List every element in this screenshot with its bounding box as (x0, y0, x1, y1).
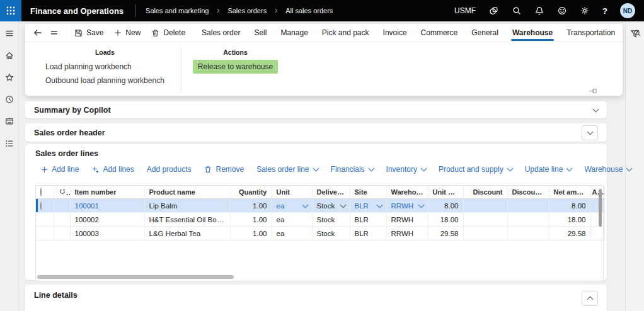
net-amount-cell[interactable]: 8.00 (549, 199, 590, 213)
menu-retail[interactable]: Retail (639, 165, 644, 174)
tab-warehouse[interactable]: Warehouse (505, 24, 560, 42)
item-number-cell[interactable]: 100003 (70, 227, 144, 240)
delete-button[interactable]: Delete (146, 25, 190, 40)
unit-price-cell[interactable]: 29.58 (428, 227, 463, 240)
discount-cell[interactable] (463, 227, 507, 240)
tab-sales-order[interactable]: Sales order (195, 24, 247, 42)
discount-cell[interactable] (463, 213, 507, 227)
tab-sell[interactable]: Sell (247, 24, 273, 42)
tab-pick-and-pack[interactable]: Pick and pack (315, 24, 376, 42)
favorites-star-icon[interactable] (3, 71, 16, 84)
product-name-cell[interactable]: L&G Herbal Tea (144, 227, 230, 240)
nav-menu-icon[interactable] (3, 26, 16, 40)
col-overflow[interactable]: A⋮ (590, 186, 604, 199)
menu-sales-order-line[interactable]: Sales order line (251, 165, 323, 174)
site-cell[interactable]: BLR (350, 199, 386, 213)
col-quantity[interactable]: Quantity (230, 186, 272, 199)
workspaces-icon[interactable] (3, 115, 16, 128)
col-discount[interactable]: Discount (463, 186, 507, 199)
chevron-down-icon[interactable] (376, 201, 382, 208)
horizontal-scrollbar[interactable] (37, 275, 234, 279)
notifications-bell-icon[interactable] (534, 6, 544, 16)
expand-section-button[interactable] (582, 125, 598, 140)
discount-cell[interactable] (463, 199, 507, 213)
company-picker[interactable]: USMF (454, 6, 476, 15)
table-row[interactable]: 100001 Lip Balm 1.00 ea Stock BLR RRWH 8… (36, 199, 604, 213)
search-icon[interactable] (512, 6, 522, 16)
add-line-button[interactable]: Add line (35, 165, 84, 174)
unit-cell[interactable]: ea (272, 227, 312, 240)
remove-button[interactable]: Remove (198, 165, 249, 174)
net-amount-cell[interactable]: 29.58 (549, 227, 590, 240)
avatar[interactable]: ND (620, 3, 635, 18)
chevron-down-icon[interactable] (594, 109, 598, 111)
col-warehouse[interactable]: Warehouse (386, 186, 428, 199)
menu-item-load-planning-workbench[interactable]: Load planning workbench (40, 60, 170, 74)
action-pane-collapse-icon[interactable] (47, 25, 62, 40)
site-cell[interactable]: BLR (350, 227, 386, 240)
environment-icon[interactable] (488, 6, 499, 16)
net-amount-cell[interactable]: 18.00 (549, 213, 590, 227)
discount-percent-cell[interactable] (507, 199, 549, 213)
warehouse-cell[interactable]: RRWH (386, 199, 428, 213)
menu-inventory[interactable]: Inventory (381, 165, 431, 174)
discount-percent-cell[interactable] (507, 213, 549, 227)
table-row[interactable]: 100003 L&G Herbal Tea 1.00 ea Stock BLR … (36, 227, 604, 240)
pin-flyout-icon[interactable] (588, 87, 597, 95)
add-lines-button[interactable]: Add lines (86, 165, 139, 174)
unit-price-cell[interactable]: 18.00 (428, 213, 463, 227)
line-details-section[interactable]: Line details (25, 285, 607, 311)
unit-cell[interactable]: ea (272, 213, 312, 227)
modules-list-icon[interactable] (3, 137, 16, 150)
select-all-radio[interactable] (40, 188, 42, 196)
warehouse-cell[interactable]: RRWH (386, 227, 428, 240)
delivery-type-cell[interactable]: Stock (312, 199, 350, 213)
discount-percent-cell[interactable] (507, 227, 549, 240)
tab-manage[interactable]: Manage (273, 24, 314, 42)
menu-item-release-to-warehouse[interactable]: Release to warehouse (193, 60, 278, 74)
site-cell[interactable]: BLR (350, 213, 386, 227)
col-unit-price[interactable]: Unit price (428, 186, 463, 199)
delivery-type-cell[interactable]: Stock (312, 227, 350, 240)
sales-order-header-section[interactable]: Sales order header (25, 123, 607, 142)
breadcrumb-area[interactable]: Sales orders (227, 7, 267, 14)
action-search-icon[interactable] (630, 25, 644, 40)
product-name-cell[interactable]: H&T Essential Oil Bottle (144, 213, 230, 227)
menu-warehouse[interactable]: Warehouse (579, 165, 636, 174)
chevron-down-icon[interactable] (302, 201, 308, 208)
tab-general[interactable]: General (464, 24, 505, 42)
col-discount-percent[interactable]: Discount perce... (507, 186, 549, 199)
col-unit[interactable]: Unit (272, 186, 312, 199)
unit-price-cell[interactable]: 8.00 (428, 199, 463, 213)
col-item-number[interactable]: Item number (70, 186, 144, 199)
row-select-radio[interactable] (40, 201, 42, 210)
app-launcher-button[interactable] (0, 0, 21, 21)
chevron-down-icon[interactable] (418, 201, 424, 208)
warehouse-cell[interactable]: RRWH (386, 213, 428, 227)
unit-cell[interactable]: ea (272, 199, 312, 213)
delivery-type-cell[interactable]: Stock (312, 213, 350, 227)
feedback-smiley-icon[interactable] (557, 6, 567, 16)
menu-update-line[interactable]: Update line (520, 165, 577, 174)
vertical-scrollbar[interactable] (599, 189, 602, 227)
summary-by-copilot-section[interactable]: Summary by Copilot (25, 101, 607, 118)
breadcrumb-module[interactable]: Sales and marketing (146, 7, 209, 14)
col-delivery-type[interactable]: Delivery type (312, 186, 350, 199)
quantity-cell[interactable]: 1.00 (230, 199, 272, 213)
app-title[interactable]: Finance and Operations (30, 6, 124, 16)
back-arrow-icon[interactable] (30, 25, 45, 40)
home-icon[interactable] (3, 48, 16, 62)
tab-commerce[interactable]: Commerce (414, 24, 465, 42)
refresh-row-icon[interactable] (59, 188, 66, 195)
collapse-section-button[interactable] (582, 291, 598, 306)
settings-gear-icon[interactable] (580, 6, 590, 16)
table-row[interactable]: 100002 H&T Essential Oil Bottle 1.00 ea … (36, 213, 604, 227)
menu-financials[interactable]: Financials (326, 165, 379, 174)
item-number-link[interactable]: 100001 (70, 199, 144, 213)
col-product-name[interactable]: Product name (144, 186, 230, 199)
help-icon[interactable]: ? (602, 6, 607, 16)
tab-transportation[interactable]: Transportation (560, 24, 622, 42)
menu-product-and-supply[interactable]: Product and supply (434, 165, 517, 174)
quantity-cell[interactable]: 1.00 (230, 213, 272, 227)
menu-item-outbound-load-planning-workbench[interactable]: Outbound load planning workbench (40, 74, 170, 88)
